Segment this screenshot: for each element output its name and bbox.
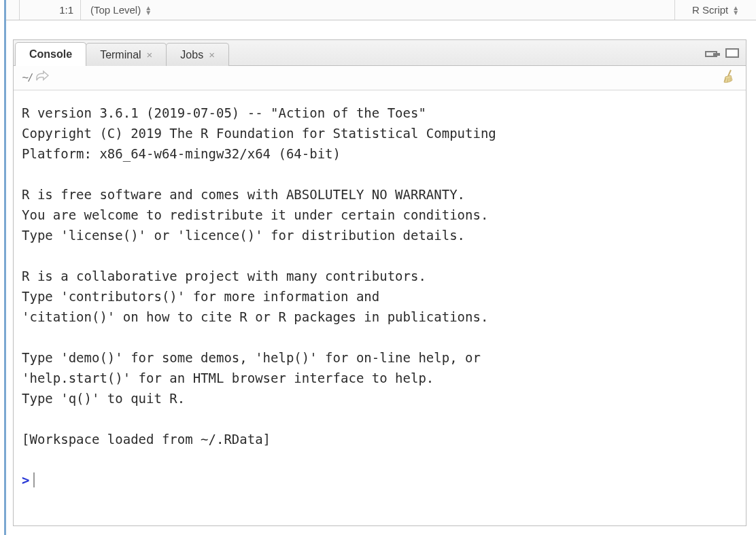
tab-label: Console [29,48,72,61]
tab-label: Terminal [100,49,141,61]
status-left-spacer [6,0,20,20]
language-selector[interactable]: R Script ▲▼ [674,0,756,20]
cursor-position-text: 1:1 [59,4,73,16]
scope-selector[interactable]: (Top Level) ▲▼ [81,0,674,20]
chevron-up-down-icon: ▲▼ [145,5,152,15]
working-directory[interactable]: ~/ [22,71,32,85]
tab-console[interactable]: Console [15,42,86,66]
console-text: R version 3.6.1 (2019-07-05) -- "Action … [22,105,496,447]
tab-jobs[interactable]: Jobs × [166,43,229,66]
console-output[interactable]: R version 3.6.1 (2019-07-05) -- "Action … [14,90,746,525]
scope-label: (Top Level) [90,4,141,16]
pane-window-controls [705,40,746,65]
language-label: R Script [692,4,728,16]
cursor-position[interactable]: 1:1 [20,0,81,20]
chevron-up-down-icon: ▲▼ [732,5,739,15]
pane-tabbar: Console Terminal × Jobs × [14,40,746,66]
tab-terminal[interactable]: Terminal × [86,43,167,66]
source-status-bar: 1:1 (Top Level) ▲▼ R Script ▲▼ [6,0,756,20]
text-cursor [33,472,35,487]
console-prompt: > [22,470,29,490]
close-icon[interactable]: × [209,49,215,61]
minimize-pane-icon[interactable] [705,46,721,59]
view-directory-icon[interactable] [35,70,50,86]
close-icon[interactable]: × [147,49,153,61]
pane-tabs: Console Terminal × Jobs × [14,40,228,65]
console-toolbar: ~/ [14,66,746,90]
tab-label: Jobs [180,49,203,61]
console-pane: Console Terminal × Jobs × [13,39,746,526]
clear-console-icon[interactable] [721,68,738,88]
svg-rect-1 [713,53,720,56]
maximize-pane-icon[interactable] [725,48,739,58]
pane-gap [6,20,756,39]
